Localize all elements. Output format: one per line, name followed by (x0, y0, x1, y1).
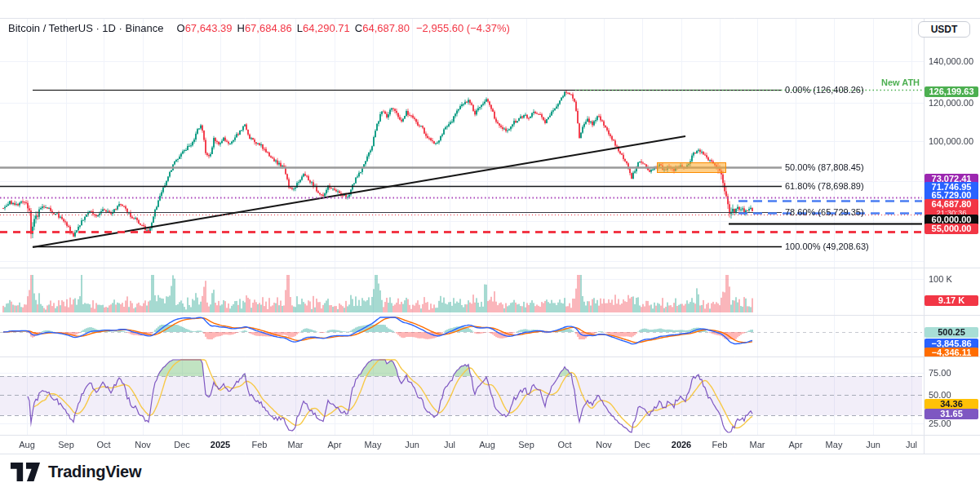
fib-level-label: 78.60% (65,729.35) (785, 207, 864, 217)
macd-signal-badge: −4,346.11 (925, 348, 978, 356)
price-chart-canvas[interactable] (0, 0, 980, 457)
currency-toggle-button[interactable]: USDT (918, 21, 970, 38)
level-55000-badge: 55,000.00 (925, 224, 978, 234)
scale-label: 100,000.00 (929, 136, 973, 146)
month-axis-label: Dec (174, 440, 190, 450)
month-axis-label: Oct (557, 440, 571, 450)
ohlc-high-value: 67,684.86 (245, 22, 292, 34)
month-axis-label: Nov (596, 440, 612, 450)
month-axis-label: Jul (906, 440, 917, 450)
brand-name: TradingView (48, 463, 141, 481)
volume-value-badge: 9.17 K (925, 295, 978, 306)
ohlc-low-value: 64,290.71 (303, 22, 350, 34)
ohlc-high-label: H (237, 22, 244, 34)
year-axis-label: 2025 (211, 440, 230, 450)
symbol-title[interactable]: Bitcoin / TetherUS · 1D · Binance (8, 22, 164, 34)
month-axis-label: Mar (750, 440, 765, 450)
ath-price-badge: 126,199.63 (925, 86, 978, 97)
month-axis-label: Mar (288, 440, 304, 450)
ohlc-low-label: L (297, 22, 303, 34)
month-axis-label: Sep (58, 440, 74, 450)
new-ath-label: New ATH (881, 78, 920, 87)
change-value: −2,955.60 (−4.37%) (416, 22, 510, 34)
month-axis-label: Nov (135, 440, 151, 450)
month-axis-label: May (826, 440, 843, 450)
tradingview-logo-icon (10, 462, 41, 482)
month-axis-label: Oct (96, 440, 110, 450)
fib-level-label: 61.80% (78,698.89) (785, 181, 864, 191)
month-axis-label: May (365, 440, 382, 450)
scale-label: 75.00 (929, 368, 951, 378)
ohlc-open-label: O (177, 22, 185, 34)
year-axis-label: 2026 (672, 440, 691, 450)
scale-label: 120,000.00 (929, 98, 973, 108)
month-axis-label: Aug (19, 440, 35, 450)
month-axis-label: Dec (634, 440, 650, 450)
scale-label: 140,000.00 (929, 56, 973, 66)
month-axis-label: Sep (518, 440, 534, 450)
footer-brand[interactable]: TradingView (10, 462, 141, 482)
scale-label: 25.00 (929, 418, 951, 428)
macd-hist-badge: 500.25 (925, 327, 978, 338)
month-axis-label: Feb (712, 440, 728, 450)
ohlc-close-label: C (355, 22, 362, 34)
month-axis-label: Jun (405, 440, 419, 450)
fib-level-label: 100.00% (49,208.63) (785, 241, 869, 251)
month-axis-label: Jul (444, 440, 455, 450)
month-axis-label: Aug (479, 440, 495, 450)
fib-level-label: 50.00% (87,808.45) (785, 162, 864, 172)
rsi-ma-badge: 34.36 (925, 399, 978, 410)
ohlc-close-value: 64,687.80 (362, 22, 410, 34)
symbol-legend: Bitcoin / TetherUS · 1D · BinanceO67,643… (8, 22, 510, 34)
month-axis-label: Jun (866, 440, 880, 450)
month-axis-label: Apr (788, 440, 802, 450)
tradingview-chart-page: M_MTrades created with TradingView.com, … (0, 0, 980, 496)
last-price-badge: 64,687.8021:30:36 (925, 199, 978, 216)
scale-label: 100 K (929, 274, 952, 284)
month-axis-label: Feb (252, 440, 268, 450)
ohlc-open-value: 67,643.39 (185, 22, 233, 34)
month-axis-label: Apr (327, 440, 341, 450)
rsi-value-badge: 31.65 (925, 409, 978, 419)
fib-level-label: 0.00% (126,408.26) (785, 85, 864, 95)
